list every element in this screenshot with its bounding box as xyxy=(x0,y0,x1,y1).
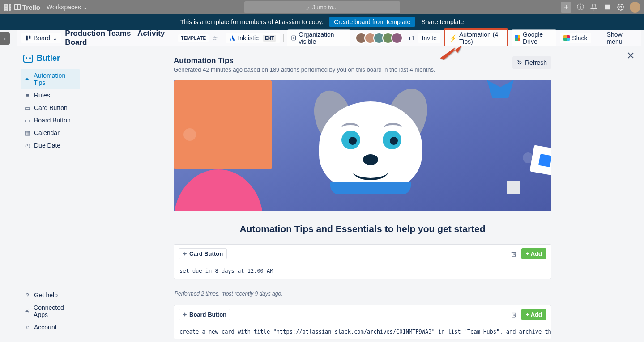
tip-type-badge: ✦ Board Button xyxy=(179,309,230,320)
automation-button[interactable]: ⚡ Automation (4 Tips) xyxy=(444,28,508,48)
avatar[interactable] xyxy=(391,32,403,44)
refresh-label: Refresh xyxy=(525,59,547,66)
trello-logo[interactable]: Trello xyxy=(14,4,40,11)
create-board-button[interactable]: Create board from template xyxy=(329,17,415,27)
sidebar-item-calendar[interactable]: ▦ Calendar xyxy=(21,127,80,139)
workspace-button[interactable]: Inktistic ENT xyxy=(226,33,280,43)
search-placeholder: Jump to... xyxy=(312,4,338,11)
page-subtitle: Generated 42 minutes ago based on 189 ac… xyxy=(174,66,435,73)
trello-board-icon xyxy=(14,4,21,10)
board-title[interactable]: Production Teams - Activity Board xyxy=(65,29,175,47)
global-topbar: Trello Workspaces ⌄ ⌕ Jump to... + ⓘ xyxy=(0,0,644,14)
tip-type-label: Card Button xyxy=(189,250,223,257)
butler-sidebar: Butler ✦ Automation Tips ≡ Rules ▭ Card … xyxy=(17,46,84,339)
sidebar-item-label: Connected Apps xyxy=(34,304,77,318)
workspaces-label: Workspaces xyxy=(47,4,81,11)
sidebar-item-account[interactable]: ☺ Account xyxy=(21,321,80,334)
svg-rect-0 xyxy=(605,5,610,10)
notifications-icon[interactable] xyxy=(589,3,598,12)
clock-icon: ◷ xyxy=(24,142,30,148)
settings-icon[interactable] xyxy=(616,3,625,12)
board-icon: ▭ xyxy=(24,117,30,123)
sidebar-item-rules[interactable]: ≡ Rules xyxy=(21,89,80,101)
bolt-icon: ⚡ xyxy=(449,34,457,42)
sidebar-item-label: Account xyxy=(34,324,57,331)
profile-avatar[interactable] xyxy=(630,2,640,13)
svg-point-1 xyxy=(620,6,622,8)
tip-card: ✦ Board Button + Add create a new card w… xyxy=(174,305,551,339)
google-drive-icon xyxy=(515,35,520,41)
template-banner: This is a template for members of Atlass… xyxy=(0,14,644,30)
sidebar-item-label: Board Button xyxy=(34,117,71,124)
tip-card: ✦ Card Button + Add set due in 8 days at… xyxy=(174,244,551,279)
google-drive-button[interactable]: Google Drive xyxy=(512,29,556,47)
slack-button[interactable]: Slack xyxy=(560,33,591,43)
list-icon: ≡ xyxy=(24,92,30,98)
search-icon: ⌕ xyxy=(306,4,310,11)
sidebar-item-due-date[interactable]: ◷ Due Date xyxy=(21,139,80,152)
board-header: Board ⌄ Production Teams - Activity Boar… xyxy=(17,30,641,46)
sidebar-item-label: Card Button xyxy=(34,104,68,111)
board-icon xyxy=(25,35,31,41)
slack-label: Slack xyxy=(572,34,587,42)
tip-footer: Performed 2 times, most recently 9 days … xyxy=(174,287,551,297)
sidebar-item-label: Calendar xyxy=(34,129,60,136)
hero-illustration xyxy=(174,80,551,211)
ellipsis-icon: ⋯ xyxy=(598,34,605,42)
visibility-button[interactable]: Organization visible xyxy=(287,29,350,47)
apps-icon: ✷ xyxy=(24,308,30,314)
expand-sidebar-button[interactable]: › xyxy=(0,32,10,45)
app-switcher-icon[interactable] xyxy=(4,4,11,11)
visibility-label: Organization visible xyxy=(299,31,347,45)
trello-logo-text: Trello xyxy=(22,4,40,11)
board-view-button[interactable]: Board ⌄ xyxy=(21,33,61,43)
sidebar-item-get-help[interactable]: ? Get help xyxy=(21,289,80,301)
boards-icon[interactable] xyxy=(603,3,612,12)
tip-code: create a new card with title "https://at… xyxy=(174,324,551,339)
chevron-down-icon: ⌄ xyxy=(52,34,58,42)
sidebar-item-automation-tips[interactable]: ✦ Automation Tips xyxy=(21,69,80,89)
workspaces-dropdown[interactable]: Workspaces ⌄ xyxy=(44,2,91,13)
card-icon: ▭ xyxy=(24,105,30,111)
search-input[interactable]: ⌕ Jump to... xyxy=(244,1,400,13)
divider xyxy=(354,34,354,42)
info-icon[interactable]: ⓘ xyxy=(576,3,585,12)
refresh-button[interactable]: ↻ Refresh xyxy=(512,56,551,69)
automation-label: Automation (4 Tips) xyxy=(459,31,503,45)
show-menu-label: Show menu xyxy=(607,31,633,45)
create-button[interactable]: + xyxy=(561,2,571,13)
sidebar-item-connected-apps[interactable]: ✷ Connected Apps xyxy=(21,301,80,321)
trash-icon xyxy=(511,251,517,257)
help-icon: ? xyxy=(24,292,30,298)
add-tip-button[interactable]: + Add xyxy=(521,309,546,320)
tip-code: set due in 8 days at 12:00 AM xyxy=(174,263,551,279)
show-menu-button[interactable]: ⋯ Show menu xyxy=(595,29,636,47)
template-banner-message: This is a template for members of Atlass… xyxy=(180,18,324,25)
add-tip-button[interactable]: + Add xyxy=(521,248,546,259)
org-icon xyxy=(291,35,296,41)
sparkle-icon: ✦ xyxy=(24,76,30,82)
member-overflow-count[interactable]: +1 xyxy=(406,35,415,42)
divider xyxy=(222,34,222,42)
chevron-down-icon: ⌄ xyxy=(83,4,88,11)
star-icon[interactable]: ☆ xyxy=(212,34,218,42)
tip-type-label: Board Button xyxy=(189,311,226,318)
close-button[interactable]: ✕ xyxy=(627,50,635,62)
calendar-icon: ▦ xyxy=(24,130,30,136)
tip-type-badge: ✦ Card Button xyxy=(179,248,227,259)
invite-button[interactable]: Invite xyxy=(418,33,440,43)
workspace-name: Inktistic xyxy=(238,34,259,42)
sidebar-item-label: Get help xyxy=(34,291,58,299)
share-template-link[interactable]: Share template xyxy=(421,18,464,25)
delete-tip-button[interactable] xyxy=(511,312,517,318)
sidebar-item-board-button[interactable]: ▭ Board Button xyxy=(21,114,80,127)
sparkle-icon: ✦ xyxy=(183,251,187,257)
slack-icon xyxy=(563,35,570,41)
hero-heading: Automation Tips and Essentials to help y… xyxy=(174,224,551,234)
sidebar-item-card-button[interactable]: ▭ Card Button xyxy=(21,101,80,114)
butler-heading: Butler xyxy=(21,52,80,69)
delete-tip-button[interactable] xyxy=(511,251,517,257)
butler-title: Butler xyxy=(37,54,60,63)
member-avatars[interactable] xyxy=(358,32,403,44)
butler-panel: Butler ✦ Automation Tips ≡ Rules ▭ Card … xyxy=(17,46,641,339)
